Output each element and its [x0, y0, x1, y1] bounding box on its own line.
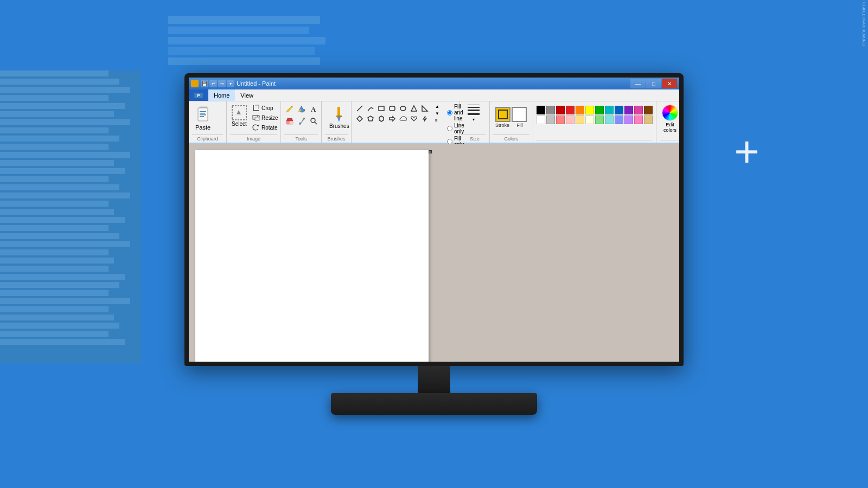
curve-shape[interactable]: [366, 104, 375, 113]
svg-point-31: [400, 106, 406, 111]
color-swatch-0-8[interactable]: [615, 106, 623, 114]
color-wheel-icon: [662, 105, 678, 121]
fill-and-line-radio[interactable]: [447, 110, 452, 115]
paint-menu-button[interactable]: P: [189, 89, 208, 101]
color-swatch-1-10[interactable]: [634, 115, 643, 124]
svg-marker-32: [411, 106, 417, 111]
color-swatch-0-4[interactable]: [576, 106, 584, 114]
line-shape[interactable]: [355, 104, 365, 113]
color-swatch-0-11[interactable]: [644, 106, 653, 114]
shapes-scroll-up[interactable]: ▲: [434, 104, 441, 110]
fill-color-box[interactable]: [512, 107, 527, 122]
brushes-button[interactable]: Brushes: [325, 104, 354, 131]
color-swatch-1-3[interactable]: [566, 115, 575, 124]
resize-button[interactable]: Resize: [251, 113, 280, 122]
canvas-area[interactable]: [189, 144, 679, 362]
window-controls: — □ ✕: [630, 79, 677, 88]
size-line-3: [468, 110, 480, 111]
svg-marker-34: [357, 116, 362, 121]
svg-rect-6: [200, 114, 206, 115]
brushes-section: Brushes Brushes: [322, 101, 352, 143]
lightning-shape[interactable]: [420, 114, 430, 124]
svg-marker-33: [422, 106, 427, 111]
quick-dropdown-btn[interactable]: ▾: [227, 80, 234, 87]
stroke-fill-section: Stroke Fill Colors: [490, 101, 533, 143]
ellipse-shape[interactable]: [398, 104, 408, 113]
diamond-shape[interactable]: [355, 114, 365, 124]
minimize-button[interactable]: —: [630, 79, 646, 88]
shapes-more-btn[interactable]: ≡: [434, 118, 441, 124]
color-swatch-1-9[interactable]: [624, 115, 633, 124]
clipboard-label: Clipboard: [192, 134, 223, 142]
magnifier-tool[interactable]: [308, 115, 319, 126]
fill-text-label: Fill: [512, 123, 528, 128]
svg-rect-27: [336, 115, 342, 117]
svg-line-28: [357, 106, 362, 111]
color-swatch-1-0[interactable]: [537, 115, 545, 124]
right-triangle-shape[interactable]: [420, 104, 430, 113]
stroke-color-box[interactable]: [495, 107, 510, 122]
clipboard-content: Paste: [192, 104, 223, 133]
menu-view[interactable]: View: [235, 89, 259, 101]
drawing-canvas[interactable]: [195, 150, 429, 362]
heart-shape[interactable]: [409, 114, 419, 124]
canvas-resize-handle[interactable]: [429, 150, 432, 153]
cloud-shape[interactable]: [398, 114, 408, 124]
quick-undo-btn[interactable]: ↩: [209, 80, 217, 87]
color-swatch-1-5[interactable]: [585, 115, 594, 124]
color-swatch-1-11[interactable]: [644, 115, 653, 124]
eraser-tool[interactable]: [284, 115, 295, 126]
crop-button[interactable]: Crop: [251, 104, 280, 112]
color-swatch-0-0[interactable]: [537, 106, 545, 114]
color-palette-section: [533, 101, 656, 143]
edit-colors-button[interactable]: Edit colors: [660, 104, 679, 134]
menu-home[interactable]: Home: [208, 89, 235, 101]
pencil-tool[interactable]: [284, 104, 295, 114]
left-panel: [0, 70, 141, 363]
rotate-button[interactable]: Rotate: [251, 123, 280, 132]
color-picker-tool[interactable]: [296, 115, 307, 126]
color-swatch-1-7[interactable]: [605, 115, 614, 124]
paste-button[interactable]: Paste: [192, 104, 214, 133]
hexagon-shape[interactable]: [376, 114, 386, 124]
color-swatch-1-1[interactable]: [546, 115, 555, 124]
text-tool[interactable]: A: [308, 104, 319, 114]
quick-save-btn[interactable]: 💾: [201, 80, 208, 87]
stroke-text-label: Stroke: [494, 123, 510, 128]
line-only-radio[interactable]: [447, 126, 452, 131]
color-swatch-0-10[interactable]: [634, 106, 643, 114]
color-swatch-0-3[interactable]: [566, 106, 575, 114]
round-rect-shape[interactable]: [387, 104, 397, 113]
maximize-button[interactable]: □: [646, 79, 661, 88]
color-swatch-1-4[interactable]: [576, 115, 584, 124]
shapes-scroll-down[interactable]: ▼: [434, 111, 441, 117]
stroke-fill-content: Stroke Fill: [493, 104, 529, 133]
clipboard-section: Paste Clipboard: [189, 101, 227, 143]
rect-shape[interactable]: [376, 104, 386, 113]
size-label: Size: [463, 134, 486, 142]
title-bar: 💾 ↩ ↪ ▾ Untitled - Paint — □ ✕: [189, 78, 679, 89]
color-swatch-1-6[interactable]: [595, 115, 604, 124]
color-swatch-0-5[interactable]: [585, 106, 594, 114]
color-swatch-0-2[interactable]: [556, 106, 565, 114]
svg-rect-7: [200, 116, 204, 117]
color-swatch-1-2[interactable]: [556, 115, 565, 124]
size-button[interactable]: ▾: [463, 104, 484, 123]
arrow-right-shape[interactable]: [387, 114, 397, 124]
paint-window: 💾 ↩ ↪ ▾ Untitled - Paint — □ ✕: [189, 78, 679, 362]
select-button[interactable]: Select: [230, 104, 248, 128]
fill-tool[interactable]: [296, 104, 307, 114]
triangle-shape[interactable]: [409, 104, 419, 113]
size-dropdown-arrow[interactable]: ▾: [473, 117, 475, 122]
pentagon-shape[interactable]: [366, 114, 375, 124]
size-line-2: [468, 107, 480, 108]
color-swatch-0-7[interactable]: [605, 106, 614, 114]
quick-redo-btn[interactable]: ↪: [218, 80, 226, 87]
brushes-section-label: Brushes: [325, 134, 348, 142]
color-swatch-1-8[interactable]: [615, 115, 623, 124]
monitor-base: [331, 393, 537, 415]
close-button[interactable]: ✕: [662, 79, 677, 88]
color-swatch-0-1[interactable]: [546, 106, 555, 114]
color-swatch-0-6[interactable]: [595, 106, 604, 114]
color-swatch-0-9[interactable]: [624, 106, 633, 114]
